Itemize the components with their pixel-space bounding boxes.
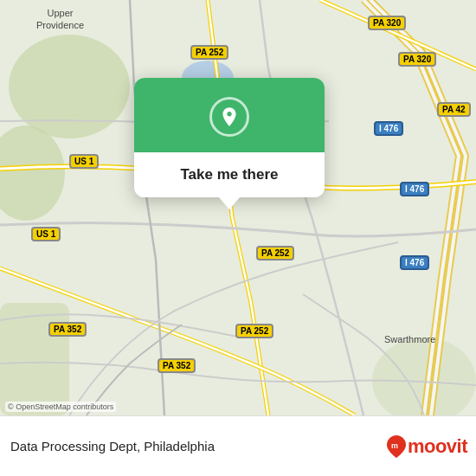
place-label-upper-providence: UpperProvidence [36,7,84,32]
moovit-pin-icon: m [387,435,406,458]
road-badge-i476-mid: I 476 [400,182,429,196]
map-view: PA 252 PA 320 PA 320 PA 42 US 1 I 476 I … [0,0,476,415]
take-me-there-button[interactable]: Take me there [134,152,325,197]
svg-point-1 [9,35,130,138]
moovit-text: moovit [408,435,467,458]
location-icon-border [209,97,249,137]
road-badge-pa352-lower: PA 352 [158,358,196,373]
road-badge-pa252-bot: PA 252 [235,324,273,338]
road-badge-pa252-top: PA 252 [190,45,228,60]
navigation-popup: Take me there [134,78,325,197]
road-badge-pa352: PA 352 [48,322,87,337]
svg-text:m: m [391,441,398,450]
road-badge-pa252-mid: PA 252 [256,246,294,261]
road-badge-i476-top: I 476 [374,121,403,136]
location-title: Data Processing Dept, Philadelphia [10,439,215,453]
bottom-bar: Data Processing Dept, Philadelphia m moo… [0,415,476,476]
road-badge-us1-bot: US 1 [31,227,61,241]
road-badge-pa320-mid: PA 320 [398,52,436,67]
road-badge-pa42: PA 42 [437,102,471,117]
road-badge-pa320-top: PA 320 [368,16,406,30]
road-badge-i476-bot: I 476 [400,255,429,270]
pin-svg-icon [218,106,241,128]
moovit-logo: m moovit [387,435,467,458]
road-badge-us1-top: US 1 [69,154,99,169]
popup-header [134,78,325,152]
osm-attribution: © OpenStreetMap contributors [5,402,116,412]
svg-rect-4 [0,303,69,415]
place-label-swarthmore: Swarthmore [384,334,435,344]
